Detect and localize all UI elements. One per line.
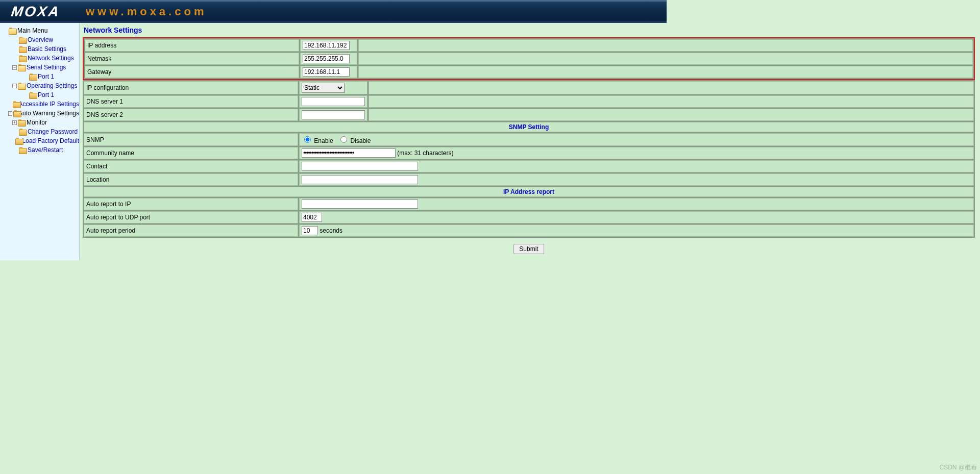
header-left: MOXA www.moxa.com — [0, 0, 667, 21]
submit-button[interactable]: Submit — [513, 244, 544, 254]
brand-logo: MOXA — [11, 4, 60, 20]
folder-icon — [18, 64, 26, 70]
sidebar-item-link[interactable]: Port 1 — [38, 91, 54, 98]
header-bar: MOXA www.moxa.com — [0, 0, 980, 21]
watermark: CSDN @棍舂 — [939, 463, 977, 472]
auto-ip-input[interactable] — [302, 199, 418, 209]
sidebar-item-save/restart[interactable]: Save/Restart — [0, 145, 79, 155]
ip-address-label: IP address — [85, 39, 299, 52]
folder-icon — [29, 73, 37, 80]
submit-row: Submit — [83, 238, 975, 260]
snmp-disable-label[interactable]: Disable — [338, 137, 371, 144]
folder-icon — [29, 92, 37, 98]
snmp-enable-label[interactable]: Enable — [302, 137, 335, 144]
community-hint: (max: 31 characters) — [397, 149, 453, 157]
sidebar-item-link[interactable]: Port 1 — [38, 73, 54, 80]
tree-toggle-icon[interactable]: − — [12, 65, 17, 70]
dns2-label: DNS server 2 — [84, 109, 298, 121]
snmp-section-header: SNMP Setting — [84, 122, 974, 132]
contact-input[interactable] — [302, 162, 418, 171]
content: Network Settings IP address Netmask Gate… — [80, 23, 980, 260]
sidebar-item-link[interactable]: Overview — [28, 36, 53, 43]
folder-icon — [19, 147, 27, 153]
folder-icon — [19, 55, 27, 61]
folder-icon — [19, 46, 27, 52]
folder-icon — [19, 129, 27, 135]
tree-toggle-icon[interactable]: + — [8, 111, 12, 116]
snmp-disable-radio[interactable] — [340, 136, 347, 143]
sidebar-item-load-factory-default[interactable]: Load Factory Default — [0, 136, 79, 145]
auto-period-input[interactable] — [302, 226, 318, 235]
sidebar-item-overview[interactable]: Overview — [0, 35, 79, 44]
dns1-spacer — [369, 95, 974, 108]
ip-address-input[interactable] — [303, 41, 350, 50]
sidebar-item-port-1[interactable]: Port 1 — [0, 72, 79, 81]
dns2-input[interactable] — [302, 110, 365, 119]
dns1-label: DNS server 1 — [84, 95, 298, 108]
sidebar-item-link[interactable]: Save/Restart — [28, 146, 63, 154]
auto-period-unit: seconds — [320, 227, 342, 234]
sidebar-item-port-1[interactable]: Port 1 — [0, 90, 79, 99]
network-highlight-table: IP address Netmask Gateway — [84, 38, 974, 79]
header-url: www.moxa.com — [86, 5, 207, 18]
ip-address-spacer — [358, 39, 973, 52]
sidebar-item-change-password[interactable]: Change Password — [0, 127, 79, 136]
sidebar-item-network-settings[interactable]: Network Settings — [0, 54, 79, 63]
gateway-label: Gateway — [85, 66, 299, 78]
sidebar-item-accessible-ip-settings[interactable]: Accessible IP Settings — [0, 99, 79, 109]
sidebar-item-monitor[interactable]: + Monitor — [0, 118, 79, 127]
sidebar-item-link[interactable]: Basic Settings — [28, 45, 66, 53]
folder-icon — [18, 83, 26, 89]
netmask-input[interactable] — [303, 54, 350, 63]
folder-icon — [18, 119, 26, 126]
folder-icon — [19, 37, 27, 43]
snmp-enable-radio[interactable] — [304, 136, 311, 143]
dns2-spacer — [369, 109, 974, 121]
sidebar-item-link[interactable]: Load Factory Default — [22, 137, 79, 144]
sidebar-item-label: Monitor — [27, 119, 47, 126]
auto-udp-input[interactable] — [302, 213, 322, 222]
brand-text: MOXA — [10, 4, 61, 20]
sidebar-item-link[interactable]: Serial Settings — [27, 64, 66, 71]
location-input[interactable] — [302, 175, 418, 184]
auto-ip-label: Auto report to IP — [84, 198, 298, 210]
ipreport-section-header: IP Address report — [84, 187, 974, 197]
ip-config-label: IP configuration — [84, 81, 298, 94]
network-table: IP configuration Static DNS server 1 DNS… — [83, 80, 975, 238]
dns1-input[interactable] — [302, 97, 365, 106]
sidebar-root[interactable]: Main Menu — [0, 26, 79, 35]
ip-config-spacer — [369, 81, 974, 94]
sidebar: Main Menu Overview Basic Settings Networ… — [0, 23, 80, 260]
header-right — [667, 0, 980, 21]
gateway-input[interactable] — [303, 67, 350, 77]
sidebar-item-link[interactable]: Accessible IP Settings — [18, 101, 79, 108]
page-title: Network Settings — [84, 26, 975, 34]
sidebar-item-link[interactable]: Change Password — [28, 128, 78, 135]
ip-config-select[interactable]: Static — [302, 83, 345, 93]
sidebar-item-link[interactable]: Operating Settings — [27, 82, 77, 89]
contact-label: Contact — [84, 160, 298, 172]
netmask-label: Netmask — [85, 53, 299, 65]
folder-icon — [13, 110, 18, 116]
folder-icon — [15, 138, 21, 144]
snmp-disable-text: Disable — [350, 137, 371, 144]
location-label: Location — [84, 173, 298, 186]
sidebar-root-label: Main Menu — [17, 27, 47, 34]
community-label: Community name — [84, 147, 298, 159]
auto-udp-label: Auto report to UDP port — [84, 211, 298, 223]
netmask-spacer — [358, 53, 973, 65]
gateway-spacer — [358, 66, 973, 78]
sidebar-item-serial-settings[interactable]: − Serial Settings — [0, 63, 79, 72]
tree-toggle-icon[interactable]: + — [12, 120, 17, 125]
highlight-box: IP address Netmask Gateway — [83, 37, 975, 80]
sidebar-item-link[interactable]: Network Settings — [28, 55, 74, 62]
sidebar-item-auto-warning-settings[interactable]: + Auto Warning Settings — [0, 109, 79, 118]
sidebar-item-operating-settings[interactable]: − Operating Settings — [0, 81, 79, 90]
folder-icon — [13, 101, 17, 107]
snmp-enable-text: Enable — [314, 137, 333, 144]
auto-period-label: Auto report period — [84, 224, 298, 237]
community-input[interactable] — [302, 148, 396, 158]
tree-toggle-icon[interactable]: − — [12, 84, 17, 88]
folder-open-icon — [9, 28, 16, 34]
sidebar-item-basic-settings[interactable]: Basic Settings — [0, 44, 79, 54]
